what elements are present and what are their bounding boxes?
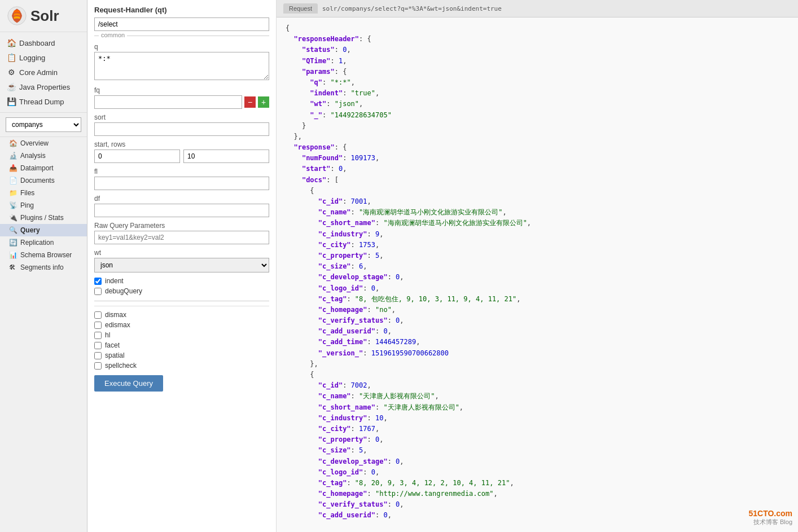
spellcheck-row: spellcheck [94,362,269,370]
common-label: common [99,32,127,38]
sidebar-item-thread-dump-label: Thread Dump [19,98,64,106]
request-handler-input[interactable] [94,17,269,31]
q-group: q *:* [94,43,269,82]
core-nav-replication[interactable]: 🔄 Replication [0,236,87,249]
common-section: common q *:* fq − + sort start, rows [94,36,269,301]
core-nav-dataimport[interactable]: 📥 Dataimport [0,162,87,174]
request-handler-group: Request-Handler (qt) [94,6,269,31]
sort-group: sort [94,113,269,136]
wt-group: wt json xml python ruby php csv [94,249,269,272]
fl-input[interactable] [94,177,269,190]
sidebar-item-logging[interactable]: 📋 Logging [0,50,87,65]
fq-row: − + [94,95,269,109]
hl-label[interactable]: hl [105,331,110,339]
sidebar-item-core-admin[interactable]: ⚙ Core Admin [0,65,87,80]
sidebar-item-core-admin-label: Core Admin [19,68,58,77]
solr-logo-icon [7,6,27,26]
start-rows-inputs [94,150,269,163]
core-nav-overview[interactable]: 🏠 Overview [0,137,87,150]
core-select[interactable]: companys [6,117,81,132]
query-panel: Request-Handler (qt) common q *:* fq − +… [87,0,277,532]
sort-input[interactable] [94,122,269,136]
fq-label: fq [94,86,269,94]
start-input[interactable] [94,150,180,163]
start-rows-label: start, rows [94,140,269,148]
df-input[interactable] [94,204,269,217]
spatial-label[interactable]: spatial [105,351,125,359]
core-nav-ping[interactable]: 📡 Ping [0,199,87,212]
results-content: { "responseHeader": { "status": 0, "QTim… [277,17,798,532]
result-url: solr/companys/select?q=*%3A*&wt=json&ind… [322,5,502,12]
core-nav-files[interactable]: 📁 Files [0,187,87,199]
core-nav-segments-info[interactable]: 🛠 Segments info [0,261,87,274]
fq-minus-button[interactable]: − [244,96,256,108]
dashboard-icon: 🏠 [7,38,16,47]
spatial-row: spatial [94,351,269,359]
dismax-checkbox[interactable] [94,311,102,319]
wt-select[interactable]: json xml python ruby php csv [94,258,269,272]
request-tab[interactable]: Request [283,3,318,14]
hl-checkbox[interactable] [94,332,102,339]
q-input[interactable]: *:* [94,52,269,80]
execute-query-button[interactable]: Execute Query [94,375,163,392]
plugins-icon: 🔌 [9,214,17,222]
indent-row: indent [94,277,269,285]
sort-label: sort [94,113,269,121]
start-rows-group: start, rows [94,140,269,163]
logo-area: Solr [0,0,87,32]
facet-checkbox[interactable] [94,342,102,349]
section-divider-1 [94,306,269,306]
results-panel: Request solr/companys/select?q=*%3A*&wt=… [277,0,798,532]
debug-query-checkbox[interactable] [94,288,102,295]
core-nav-plugins-stats[interactable]: 🔌 Plugins / Stats [0,212,87,224]
dismax-label[interactable]: dismax [105,311,126,319]
fq-input[interactable] [94,95,242,109]
core-selector[interactable]: companys [0,112,87,137]
analysis-icon: 🔬 [9,152,17,160]
edismax-label[interactable]: edismax [105,321,130,329]
fl-label: fl [94,168,269,175]
sidebar-item-java-properties[interactable]: ☕ Java Properties [0,80,87,94]
request-handler-label: Request-Handler (qt) [94,6,269,14]
core-nav-query[interactable]: 🔍 Query [0,224,87,236]
sidebar: Solr 🏠 Dashboard 📋 Logging ⚙ Core Admin … [0,0,87,532]
facet-label[interactable]: facet [105,341,120,349]
edismax-row: edismax [94,321,269,329]
debug-query-row: debugQuery [94,287,269,295]
q-label: q [94,43,269,51]
core-nav-schema-browser[interactable]: 📊 Schema Browser [0,249,87,261]
sidebar-item-logging-label: Logging [19,54,45,62]
main-content: Request-Handler (qt) common q *:* fq − +… [87,0,798,532]
schema-icon: 📊 [9,251,17,259]
spellcheck-checkbox[interactable] [94,362,102,370]
fq-group: fq − + [94,86,269,109]
raw-query-group: Raw Query Parameters [94,222,269,244]
core-nav-analysis[interactable]: 🔬 Analysis [0,150,87,162]
sidebar-item-thread-dump[interactable]: 💾 Thread Dump [0,94,87,109]
indent-checkbox[interactable] [94,278,102,285]
indent-label[interactable]: indent [105,277,124,285]
fq-plus-button[interactable]: + [258,96,269,108]
spellcheck-label[interactable]: spellcheck [105,362,137,370]
url-bar: Request solr/companys/select?q=*%3A*&wt=… [277,0,798,17]
java-icon: ☕ [7,82,16,91]
files-icon: 📁 [9,189,17,197]
core-nav-documents[interactable]: 📄 Documents [0,174,87,187]
dismax-row: dismax [94,311,269,319]
debug-query-label[interactable]: debugQuery [105,287,142,295]
core-admin-icon: ⚙ [7,68,16,77]
dataimport-icon: 📥 [9,164,17,172]
documents-icon: 📄 [9,177,17,184]
rows-input[interactable] [183,150,269,163]
edismax-checkbox[interactable] [94,322,102,329]
spatial-checkbox[interactable] [94,352,102,359]
fl-group: fl [94,168,269,190]
logo-text: Solr [30,7,59,25]
query-icon: 🔍 [9,226,17,234]
sidebar-item-dashboard[interactable]: 🏠 Dashboard [0,36,87,50]
logging-icon: 📋 [7,53,16,62]
df-label: df [94,195,269,203]
replication-icon: 🔄 [9,239,17,247]
sidebar-item-dashboard-label: Dashboard [19,39,55,47]
raw-query-input[interactable] [94,231,269,244]
